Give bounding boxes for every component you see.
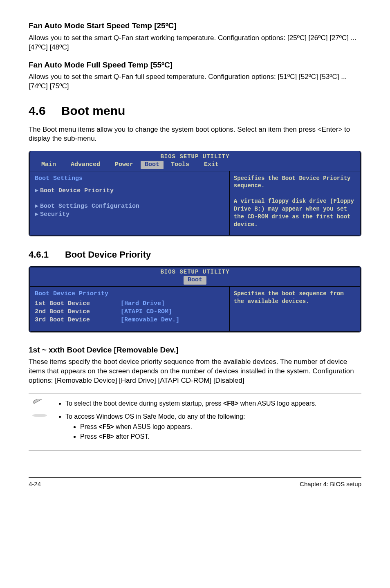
note-sublist: Press <F5> when ASUS logo appears. Press… bbox=[65, 422, 317, 441]
pencil-note-icon bbox=[30, 399, 49, 421]
chevron-right-icon: ▶ bbox=[35, 211, 38, 218]
main-heading-row: 4.6 Boot menu bbox=[29, 103, 361, 119]
page-number: 4-24 bbox=[29, 480, 41, 488]
bios-menu-exit: Exit bbox=[197, 161, 226, 169]
note-list: To select the boot device during system … bbox=[56, 399, 317, 445]
subheading-num: 4.6.1 bbox=[29, 249, 49, 261]
bios-menubar: Main Advanced Power Boot Tools Exit bbox=[30, 161, 360, 171]
note-item-2: To access Windows OS in Safe Mode, do an… bbox=[65, 412, 317, 441]
bios-menu-power: Power bbox=[108, 161, 141, 169]
bios-row3-value: [Removable Dev.] bbox=[121, 316, 179, 324]
bios-item-config: ▶Boot Settings Configuration bbox=[35, 202, 224, 211]
main-heading-text: Boot menu bbox=[61, 103, 126, 119]
key-f8: <F8> bbox=[223, 400, 238, 407]
chevron-right-icon: ▶ bbox=[35, 203, 38, 210]
bios-help-text-2: Specifies the boot sequence from the ava… bbox=[234, 290, 356, 305]
bios-menu-main: Main bbox=[34, 161, 63, 169]
note-box: To select the boot device during system … bbox=[29, 393, 361, 451]
note-item-1: To select the boot device during system … bbox=[65, 399, 317, 408]
bios-menu-tools: Tools bbox=[164, 161, 197, 169]
bios-left-pane: Boot Settings ▶Boot Device Priority ▶Boo… bbox=[30, 171, 230, 235]
para-fan-start: Allows you to set the smart Q-Fan start … bbox=[29, 34, 361, 52]
bios-section-heading: Boot Settings bbox=[35, 175, 224, 183]
bios-row-2: 2nd Boot Device [ATAPI CD-ROM] bbox=[35, 308, 224, 316]
bios-menu-advanced: Advanced bbox=[63, 161, 108, 169]
main-heading-num: 4.6 bbox=[29, 103, 46, 119]
main-para: The Boot menu items allow you to change … bbox=[29, 125, 361, 144]
svg-rect-1 bbox=[33, 399, 44, 404]
heading-fan-start: Fan Auto Mode Start Speed Temp [25ºC] bbox=[29, 20, 361, 31]
heading-boot-device: 1st ~ xxth Boot Device [Removable Dev.] bbox=[29, 345, 361, 355]
bios-menu-boot: Boot bbox=[141, 161, 164, 169]
bios-screenshot-priority: BIOS SETUP UTILITY Boot Boot Device Prio… bbox=[29, 266, 361, 332]
bios-item-priority: ▶Boot Device Priority bbox=[35, 187, 224, 195]
bios-row-3: 3rd Boot Device [Removable Dev.] bbox=[35, 316, 224, 324]
bios-menu-boot-2: Boot bbox=[184, 276, 206, 284]
chapter-label: Chapter 4: BIOS setup bbox=[300, 480, 361, 488]
bios-row1-value: [Hard Drive] bbox=[121, 300, 165, 308]
bios-item-security: ▶Security bbox=[35, 211, 224, 219]
bios-title: BIOS SETUP UTILITY bbox=[30, 152, 360, 161]
bios-row1-label: 1st Boot Device bbox=[35, 300, 121, 308]
chevron-right-icon: ▶ bbox=[35, 187, 38, 194]
subheading-row: 4.6.1 Boot Device Priority bbox=[29, 249, 361, 261]
page-footer: 4-24 Chapter 4: BIOS setup bbox=[29, 477, 361, 488]
note-sub-1: Press <F5> when ASUS logo appears. bbox=[80, 422, 317, 431]
para-fan-full: Allows you to set the smart Q-Fan full s… bbox=[29, 72, 361, 91]
heading-fan-full: Fan Auto Mode Full Speed Temp [55ºC] bbox=[29, 60, 361, 70]
bios-row2-value: [ATAPI CD-ROM] bbox=[121, 308, 172, 316]
subheading-text: Boot Device Priority bbox=[65, 249, 151, 261]
bios-help-pane-2: Specifies the boot sequence from the ava… bbox=[230, 287, 360, 331]
bios-row3-label: 3rd Boot Device bbox=[35, 316, 121, 324]
key-f8-b: <F8> bbox=[99, 433, 114, 440]
bios-left-pane-2: Boot Device Priority 1st Boot Device [Ha… bbox=[30, 287, 230, 331]
bios-row-1: 1st Boot Device [Hard Drive] bbox=[35, 300, 224, 308]
bios-help-text: Specifies the Boot Device Priority seque… bbox=[234, 175, 356, 229]
para-boot-device: These items specify the boot device prio… bbox=[29, 357, 361, 386]
bios-help-pane: Specifies the Boot Device Priority seque… bbox=[230, 171, 360, 235]
bios-screenshot-boot-menu: BIOS SETUP UTILITY Main Advanced Power B… bbox=[29, 151, 361, 236]
note-sub-2: Press <F8> after POST. bbox=[80, 432, 317, 441]
bios-row2-label: 2nd Boot Device bbox=[35, 308, 121, 316]
bios-title-2: BIOS SETUP UTILITY bbox=[30, 267, 360, 276]
key-f5: <F5> bbox=[99, 423, 114, 430]
svg-point-0 bbox=[32, 414, 47, 417]
bios-section-heading-2: Boot Device Priority bbox=[35, 290, 224, 298]
bios-menubar-2: Boot bbox=[30, 276, 360, 286]
